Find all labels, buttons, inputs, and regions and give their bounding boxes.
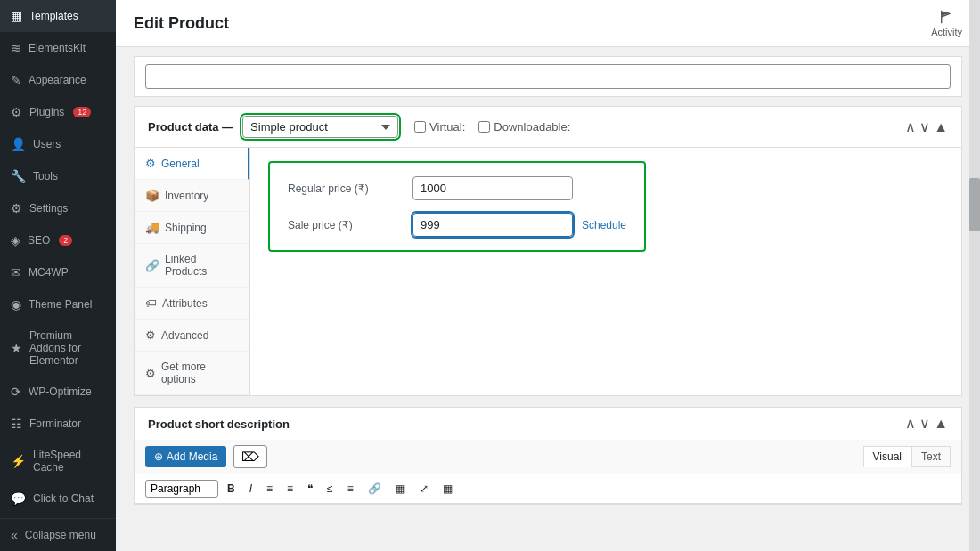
- virtual-label: Virtual:: [414, 120, 465, 134]
- collapse-icons: ∧ ∨ ▲: [905, 120, 948, 134]
- nav-attributes[interactable]: 🏷 Attributes: [135, 288, 249, 320]
- product-data-header: Product data — Simple product Variable p…: [135, 107, 961, 148]
- eraser-button[interactable]: ⌦: [233, 445, 267, 468]
- nav-shipping-label: Shipping: [165, 222, 207, 234]
- litespeed-icon: ⚡: [11, 454, 26, 468]
- premium-icon: ★: [11, 341, 22, 355]
- sidebar-item-theme-panel[interactable]: ◉ Theme Panel: [0, 288, 116, 320]
- short-desc-header: Product short description ∧ ∨ ▲: [135, 408, 961, 440]
- nav-get-more-options[interactable]: ⚙ Get more options: [135, 352, 249, 395]
- toolbar-toggle-button[interactable]: ▦: [437, 479, 458, 498]
- sidebar-item-appearance[interactable]: ✎ Appearance: [0, 64, 116, 96]
- plugins-icon: ⚙: [11, 105, 22, 119]
- ordered-list-button[interactable]: ≡: [261, 479, 278, 498]
- nav-advanced-label: Advanced: [161, 329, 208, 342]
- sidebar-item-label: Theme Panel: [29, 298, 92, 311]
- nav-inventory[interactable]: 📦 Inventory: [135, 180, 249, 212]
- sidebar-item-settings[interactable]: ⚙ Settings: [0, 192, 116, 224]
- sidebar-item-label: SEO: [28, 234, 50, 247]
- sale-price-row: Sale price (₹) Schedule: [288, 213, 626, 237]
- eraser-icon: ⌦: [241, 450, 259, 464]
- shipping-icon: 🚚: [145, 221, 159, 234]
- short-desc-up-icon[interactable]: ∧: [905, 417, 916, 431]
- sidebar-item-seo[interactable]: ◈ SEO 2: [0, 224, 116, 256]
- sidebar-item-templates[interactable]: ▦ Templates: [0, 0, 116, 32]
- tab-visual[interactable]: Visual: [863, 446, 911, 467]
- align-left-button[interactable]: ≤: [322, 479, 339, 498]
- plugins-badge: 12: [73, 107, 91, 117]
- sidebar-item-litespeed[interactable]: ⚡ LiteSpeed Cache: [0, 440, 116, 482]
- schedule-link[interactable]: Schedule: [582, 219, 626, 231]
- sidebar-item-elementskit[interactable]: ≋ ElementsKit: [0, 32, 116, 64]
- sidebar-item-premium-addons[interactable]: ★ Premium Addons for Elementor: [0, 320, 116, 376]
- regular-price-row: Regular price (₹): [288, 176, 626, 200]
- sidebar-item-label: Settings: [29, 202, 68, 215]
- regular-price-input[interactable]: [412, 176, 573, 200]
- sidebar-item-users[interactable]: 👤 Users: [0, 128, 116, 160]
- sidebar-item-label: Plugins: [29, 106, 64, 118]
- mc4wp-icon: ✉: [11, 265, 21, 280]
- editor-format-bar: Paragraph B I ≡ ≡ ❝ ≤ ≡ 🔗 ▦ ⤢ ▦: [135, 474, 961, 504]
- sidebar-item-label: Appearance: [29, 74, 86, 86]
- nav-general[interactable]: ⚙ General: [135, 148, 249, 180]
- add-media-button[interactable]: ⊕ Add Media: [145, 446, 226, 467]
- sidebar: ▦ Templates ≋ ElementsKit ✎ Appearance ⚙…: [0, 0, 116, 551]
- blockquote-button[interactable]: ❝: [302, 479, 318, 498]
- nav-shipping[interactable]: 🚚 Shipping: [135, 212, 249, 244]
- tab-text[interactable]: Text: [911, 446, 951, 467]
- expand-up-icon[interactable]: ∧: [905, 120, 916, 134]
- wpoptimize-icon: ⟳: [11, 385, 21, 399]
- main-content: Edit Product Activity Product data — Sim…: [116, 0, 980, 551]
- nav-advanced[interactable]: ⚙ Advanced: [135, 320, 249, 352]
- scrollbar-thumb[interactable]: [969, 178, 980, 231]
- paragraph-select[interactable]: Paragraph: [145, 480, 218, 498]
- users-icon: 👤: [11, 137, 26, 151]
- top-bar: Edit Product Activity: [116, 0, 980, 47]
- templates-icon: ▦: [11, 9, 22, 23]
- sidebar-item-collapse[interactable]: « Collapse menu: [0, 518, 116, 551]
- sidebar-item-label: Templates: [29, 10, 78, 22]
- regular-price-label: Regular price (₹): [288, 182, 404, 195]
- settings-icon: ⚙: [11, 201, 22, 215]
- short-desc-toggle-icon[interactable]: ▲: [934, 417, 948, 431]
- visual-text-tabs: Visual Text: [863, 446, 951, 467]
- toggle-icon[interactable]: ▲: [934, 120, 948, 134]
- align-center-button[interactable]: ≡: [342, 479, 359, 498]
- nav-attributes-label: Attributes: [162, 297, 208, 310]
- sale-price-input[interactable]: [412, 213, 573, 237]
- insert-table-button[interactable]: ▦: [390, 479, 411, 498]
- activity-label: Activity: [931, 27, 962, 37]
- fullscreen-button[interactable]: ⤢: [414, 479, 434, 498]
- sidebar-item-click-to-chat[interactable]: 💬 Click to Chat: [0, 482, 116, 515]
- sidebar-item-label: LiteSpeed Cache: [33, 449, 105, 474]
- sidebar-item-forminator[interactable]: ☷ Forminator: [0, 408, 116, 440]
- activity-button[interactable]: Activity: [931, 9, 962, 37]
- nav-linked-products[interactable]: 🔗 Linked Products: [135, 244, 249, 288]
- sidebar-item-label: Users: [33, 138, 61, 150]
- sidebar-item-mc4wp[interactable]: ✉ MC4WP: [0, 256, 116, 288]
- product-type-select[interactable]: Simple product Variable product Grouped …: [242, 116, 398, 138]
- nav-getmore-label: Get more options: [161, 361, 239, 385]
- sidebar-item-wp-optimize[interactable]: ⟳ WP-Optimize: [0, 376, 116, 408]
- product-data-section: Product data — Simple product Variable p…: [134, 106, 962, 396]
- nav-inventory-label: Inventory: [165, 190, 208, 202]
- italic-button[interactable]: I: [244, 479, 257, 498]
- add-media-icon: ⊕: [154, 450, 163, 463]
- link-button[interactable]: 🔗: [363, 479, 387, 498]
- scrollbar-track[interactable]: [969, 0, 980, 551]
- sidebar-item-plugins[interactable]: ⚙ Plugins 12: [0, 96, 116, 128]
- product-nav: ⚙ General 📦 Inventory 🚚 Shipping 🔗 Linke…: [135, 148, 250, 395]
- content-area: Product data — Simple product Variable p…: [116, 47, 980, 551]
- sidebar-item-tools[interactable]: 🔧 Tools: [0, 160, 116, 192]
- expand-down-icon[interactable]: ∨: [919, 120, 930, 134]
- sidebar-item-label: Tools: [33, 170, 58, 182]
- product-title-input[interactable]: [145, 64, 951, 89]
- bold-button[interactable]: B: [222, 479, 241, 498]
- appearance-icon: ✎: [11, 73, 21, 87]
- virtual-checkbox[interactable]: [414, 121, 426, 133]
- unordered-list-button[interactable]: ≡: [282, 479, 298, 498]
- short-desc-down-icon[interactable]: ∨: [919, 417, 930, 431]
- downloadable-checkbox[interactable]: [478, 121, 490, 133]
- product-data-body: ⚙ General 📦 Inventory 🚚 Shipping 🔗 Linke…: [135, 148, 961, 395]
- editor-toolbar-top: ⊕ Add Media ⌦ Visual Text: [135, 440, 961, 474]
